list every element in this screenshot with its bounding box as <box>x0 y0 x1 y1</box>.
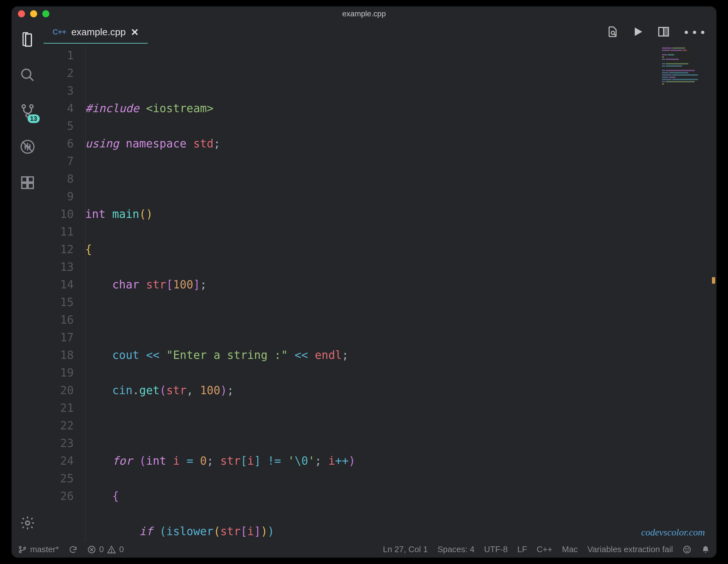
scm-badge: 13 <box>28 114 40 123</box>
tab-bar: C++ example.cpp ✕ ••• <box>44 21 716 44</box>
tab-example-cpp[interactable]: C++ example.cpp ✕ <box>44 21 148 44</box>
svg-line-1 <box>29 77 33 81</box>
svg-point-12 <box>611 31 615 34</box>
extension-message-status[interactable]: Variables extraction fail <box>587 544 673 554</box>
activity-bar: 13 <box>12 21 44 541</box>
sync-status[interactable] <box>69 545 78 554</box>
svg-rect-10 <box>28 183 33 188</box>
debug-icon[interactable] <box>17 137 38 157</box>
tab-language-badge: C++ <box>53 28 66 37</box>
code-editor[interactable]: 1234567891011121314151617181920212223242… <box>44 44 716 541</box>
tab-filename: example.cpp <box>71 27 126 37</box>
watermark: codevscolor.com <box>641 527 705 538</box>
svg-point-25 <box>684 546 691 553</box>
indentation-status[interactable]: Spaces: 4 <box>437 544 475 554</box>
problems-status[interactable]: 0 0 <box>87 544 124 554</box>
svg-point-18 <box>19 551 21 553</box>
editor-wrap: 1234567891011121314151617181920212223242… <box>44 44 716 541</box>
svg-point-19 <box>24 547 26 549</box>
svg-point-17 <box>19 546 21 548</box>
code-content[interactable]: #include <iostream> using namespace std;… <box>85 47 716 541</box>
extensions-icon[interactable] <box>17 172 38 193</box>
close-window-button[interactable] <box>18 10 25 17</box>
more-actions-icon[interactable]: ••• <box>683 26 707 39</box>
vscode-window: example.cpp 13 <box>12 6 716 558</box>
svg-rect-9 <box>22 183 27 188</box>
traffic-lights <box>18 10 49 17</box>
language-mode-status[interactable]: C++ <box>537 544 552 554</box>
feedback-smiley-icon[interactable] <box>683 545 691 554</box>
git-branch-status[interactable]: master* <box>18 544 59 554</box>
run-icon[interactable] <box>632 25 644 39</box>
svg-point-3 <box>30 105 33 108</box>
overview-ruler-mark <box>712 277 715 284</box>
maximize-window-button[interactable] <box>42 10 49 17</box>
explorer-icon[interactable] <box>17 29 38 49</box>
settings-gear-icon[interactable] <box>17 513 38 533</box>
svg-point-11 <box>26 521 29 525</box>
tab-close-icon[interactable]: ✕ <box>131 27 139 38</box>
encoding-status[interactable]: UTF-8 <box>484 544 508 554</box>
minimize-window-button[interactable] <box>30 10 37 17</box>
svg-rect-8 <box>28 177 33 182</box>
window-title: example.cpp <box>342 9 386 18</box>
window-body: 13 C++ example.cpp ✕ <box>12 21 716 541</box>
os-status[interactable]: Mac <box>562 544 578 554</box>
svg-point-2 <box>22 105 25 108</box>
search-icon[interactable] <box>17 65 38 85</box>
editor-group: C++ example.cpp ✕ ••• <box>44 21 716 541</box>
cursor-position-status[interactable]: Ln 27, Col 1 <box>383 544 428 554</box>
svg-point-26 <box>685 548 686 549</box>
svg-line-13 <box>614 34 616 36</box>
svg-point-0 <box>22 69 31 78</box>
editor-actions: ••• <box>606 21 716 44</box>
find-in-file-icon[interactable] <box>606 25 619 39</box>
titlebar: example.cpp <box>12 6 716 21</box>
notifications-bell-icon[interactable] <box>701 545 710 554</box>
svg-point-27 <box>688 548 688 549</box>
source-control-icon[interactable]: 13 <box>17 101 38 121</box>
eol-status[interactable]: LF <box>517 544 527 554</box>
svg-rect-7 <box>22 177 27 182</box>
status-bar: master* 0 0 Ln 27, Col 1 Spaces: 4 UTF-8… <box>12 541 716 558</box>
svg-point-24 <box>111 552 112 552</box>
svg-rect-16 <box>664 28 668 36</box>
line-number-gutter: 1234567891011121314151617181920212223242… <box>44 47 85 541</box>
split-editor-icon[interactable] <box>657 25 670 39</box>
